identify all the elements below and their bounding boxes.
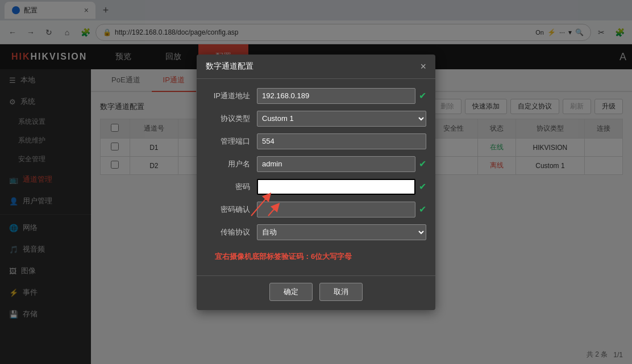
label-ip: IP通道地址 <box>206 91 257 101</box>
form-row-confirm-password: 密码确认 ✔ <box>206 202 426 217</box>
form-row-port: 管理端口 <box>206 133 426 149</box>
label-port: 管理端口 <box>206 136 257 147</box>
input-password[interactable] <box>257 179 415 195</box>
label-protocol: 协议类型 <box>206 114 257 124</box>
label-username: 用户名 <box>206 159 257 169</box>
modal-body: IP通道地址 ✔ 协议类型 HIKVISION Custom 1 Custom … <box>197 79 435 275</box>
select-protocol[interactable]: HIKVISION Custom 1 Custom 2 Custom 3 <box>257 111 426 127</box>
input-port[interactable] <box>257 133 426 149</box>
modal-header: 数字通道配置 × <box>197 55 435 79</box>
cancel-button[interactable]: 取消 <box>319 283 363 301</box>
form-row-ip: IP通道地址 ✔ <box>206 88 426 104</box>
annotation-text: 宜右摄像机底部标签验证码：6位大写字母 <box>206 247 426 266</box>
modal-overlay: 数字通道配置 × IP通道地址 ✔ 协议类型 HIKVISION Custom … <box>0 0 632 364</box>
confirm-button[interactable]: 确定 <box>269 283 313 301</box>
modal-close-button[interactable]: × <box>420 61 426 72</box>
label-confirm-password: 密码确认 <box>206 204 257 215</box>
form-row-transport: 传输协议 自动 TCP UDP <box>206 224 426 240</box>
confirm-password-check-icon: ✔ <box>419 204 426 215</box>
select-transport[interactable]: 自动 TCP UDP <box>257 224 426 240</box>
input-username[interactable] <box>257 156 415 172</box>
label-transport: 传输协议 <box>206 227 257 237</box>
modal-container: 数字通道配置 × IP通道地址 ✔ 协议类型 HIKVISION Custom … <box>197 55 435 310</box>
modal-title: 数字通道配置 <box>206 61 253 72</box>
username-check-icon: ✔ <box>419 158 426 169</box>
annotation-area: 宜右摄像机底部标签验证码：6位大写字母 <box>206 247 426 266</box>
modal: 数字通道配置 × IP通道地址 ✔ 协议类型 HIKVISION Custom … <box>197 55 435 310</box>
form-row-password: 密码 ✔ <box>206 179 426 195</box>
form-row-username: 用户名 ✔ <box>206 156 426 172</box>
label-password: 密码 <box>206 182 257 192</box>
password-check-icon: ✔ <box>419 181 426 192</box>
input-ip[interactable] <box>257 88 415 104</box>
ip-check-icon: ✔ <box>419 90 426 101</box>
input-confirm-password[interactable] <box>257 202 415 217</box>
form-row-protocol: 协议类型 HIKVISION Custom 1 Custom 2 Custom … <box>206 111 426 127</box>
modal-footer: 确定 取消 <box>197 275 435 310</box>
